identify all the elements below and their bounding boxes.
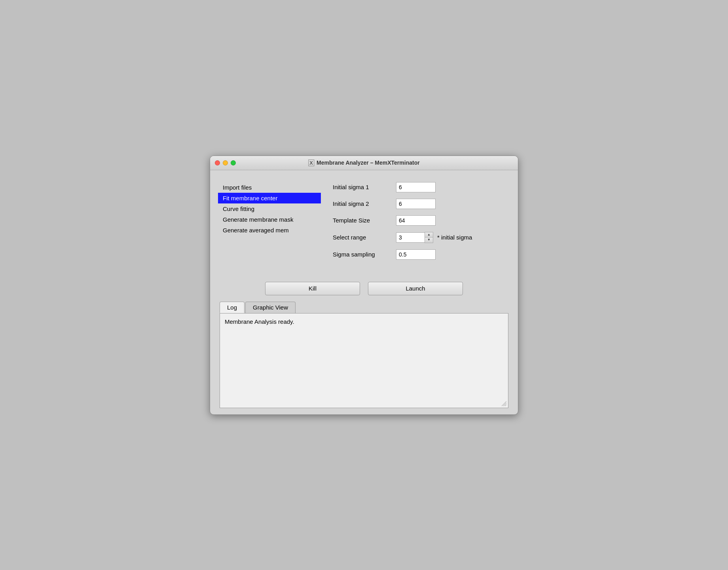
- tab-log[interactable]: Log: [220, 302, 245, 313]
- tab-graphic-view[interactable]: Graphic View: [245, 302, 296, 313]
- sidebar-item-curve-fitting[interactable]: Curve fitting: [218, 203, 321, 214]
- resize-handle[interactable]: [501, 401, 506, 406]
- label-initial-sigma-2: Initial sigma 2: [333, 200, 396, 207]
- input-sigma-sampling[interactable]: [396, 249, 436, 260]
- input-select-range[interactable]: [396, 232, 425, 243]
- window-title-area: X Membrane Analyzer – MemXTerminator: [308, 160, 419, 166]
- window-title: Membrane Analyzer – MemXTerminator: [317, 160, 420, 166]
- spinner-select-range: ▲ ▼ * initial sigma: [396, 232, 472, 243]
- spinner-buttons: ▲ ▼: [425, 232, 433, 243]
- sidebar-item-fit-membrane-center[interactable]: Fit membrane center: [218, 193, 321, 203]
- sidebar-item-import-files[interactable]: Import files: [218, 182, 321, 193]
- svg-line-1: [503, 403, 506, 406]
- input-template-size[interactable]: [396, 215, 436, 226]
- sidebar: Import files Fit membrane center Curve f…: [218, 178, 321, 270]
- tabs-container: Log Graphic View Membrane Analysis ready…: [220, 302, 508, 408]
- sidebar-item-generate-membrane-mask[interactable]: Generate membrane mask: [218, 214, 321, 225]
- bottom-buttons: Kill Launch: [218, 282, 510, 295]
- input-initial-sigma-2[interactable]: [396, 199, 436, 209]
- form-row-template-size: Template Size: [333, 215, 502, 226]
- label-initial-sigma-1: Initial sigma 1: [333, 184, 396, 190]
- label-template-size: Template Size: [333, 217, 396, 224]
- traffic-lights: [215, 160, 236, 165]
- main-content: Import files Fit membrane center Curve f…: [218, 178, 510, 270]
- x-icon: X: [308, 160, 314, 166]
- tab-content-log: Membrane Analysis ready.: [220, 313, 508, 408]
- form-row-initial-sigma-1: Initial sigma 1: [333, 182, 502, 192]
- launch-button[interactable]: Launch: [368, 282, 463, 295]
- maximize-button[interactable]: [231, 160, 236, 165]
- form-row-initial-sigma-2: Initial sigma 2: [333, 199, 502, 209]
- window-body: Import files Fit membrane center Curve f…: [210, 170, 518, 414]
- label-select-range: Select range: [333, 234, 396, 241]
- spinner-suffix: * initial sigma: [437, 234, 472, 241]
- label-sigma-sampling: Sigma sampling: [333, 251, 396, 258]
- main-window: X Membrane Analyzer – MemXTerminator Imp…: [210, 156, 518, 415]
- spinner-down-button[interactable]: ▼: [425, 238, 433, 243]
- form-panel: Initial sigma 1 Initial sigma 2 Template…: [321, 178, 510, 270]
- form-row-sigma-sampling: Sigma sampling: [333, 249, 502, 260]
- svg-line-2: [505, 405, 506, 406]
- tabs-header: Log Graphic View: [220, 302, 508, 313]
- sidebar-item-generate-averaged-mem[interactable]: Generate averaged mem: [218, 225, 321, 236]
- kill-button[interactable]: Kill: [265, 282, 360, 295]
- minimize-button[interactable]: [223, 160, 228, 165]
- spinner-up-button[interactable]: ▲: [425, 232, 433, 238]
- input-initial-sigma-1[interactable]: [396, 182, 436, 192]
- close-button[interactable]: [215, 160, 220, 165]
- form-row-select-range: Select range ▲ ▼ * initial sigma: [333, 232, 502, 243]
- log-content: Membrane Analysis ready.: [225, 318, 294, 325]
- title-bar: X Membrane Analyzer – MemXTerminator: [210, 156, 518, 170]
